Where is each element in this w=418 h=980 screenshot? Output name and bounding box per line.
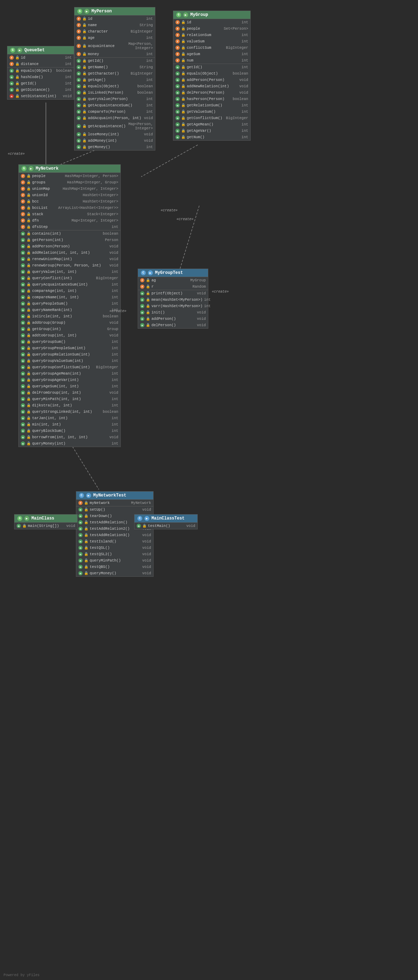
- lock-icon: 🔒: [82, 138, 87, 143]
- lock-icon: 🔒: [27, 403, 31, 407]
- field-icon: f: [176, 46, 180, 50]
- field-type: int: [241, 33, 248, 37]
- field-icon: f: [77, 36, 81, 40]
- method-icon: m: [78, 514, 82, 518]
- method-type: int: [112, 384, 118, 388]
- method-name: delPerson(Person): [187, 91, 238, 95]
- field-icon: f: [10, 62, 14, 66]
- method-icon: m: [21, 314, 25, 318]
- table-row: m 🔒 queryMoney() void: [76, 570, 153, 576]
- table-row: m 🔒 testAddRelation3() void: [76, 532, 153, 538]
- lock-icon: 🔒: [181, 110, 185, 114]
- queueset-header: G ▶ QueueSet: [8, 46, 74, 54]
- field-icon: f: [77, 29, 81, 33]
- table-row: m 🔒 getPerson(int) Person: [19, 237, 120, 243]
- mygroup-title: MyGroup: [190, 13, 208, 18]
- myperson-title: MyPerson: [92, 9, 112, 14]
- method-type: BigInteger: [96, 276, 118, 280]
- lock-icon: 🔒: [27, 186, 31, 191]
- table-row: m 🔒 isLinked(Person) boolean: [74, 89, 155, 96]
- table-row: m 🔒 queryMinPath(int, int) int: [19, 396, 120, 402]
- method-icon: m: [77, 84, 81, 88]
- method-type: boolean: [56, 68, 72, 73]
- method-icon: m: [176, 78, 180, 82]
- lock-icon: 🔒: [84, 514, 88, 518]
- method-icon: m: [21, 289, 25, 293]
- table-row: m 🔒 hashCode() int: [8, 74, 74, 80]
- method-name: queryNameRank(int): [32, 308, 110, 312]
- method-name: tarJan(int, int): [32, 416, 110, 420]
- table-row: f 🔒 age int: [74, 35, 155, 41]
- method-icon: m: [176, 91, 180, 95]
- method-name: setDistance(int): [21, 94, 62, 98]
- table-row: m 🔒 delPerson(Person) void: [173, 89, 250, 96]
- mainclass-class: G ▶ MainClass m 🔒 main(String[]) void: [14, 514, 78, 530]
- queueset-icon: G: [10, 48, 15, 52]
- lock-icon: 🔒: [82, 84, 87, 88]
- method-name: setUp(): [90, 508, 141, 512]
- lock-icon: 🔒: [181, 116, 185, 120]
- lock-icon: 🔒: [27, 416, 31, 420]
- field-icon: f: [21, 212, 25, 216]
- mainclass-methods: m 🔒 main(String[]) void: [14, 522, 77, 529]
- mainclasstest-type-icon: ▶: [144, 516, 149, 521]
- table-row: m 🔒 queryGroupPeopleSum(int) int: [19, 345, 120, 351]
- lock-icon: 🔒: [27, 365, 31, 369]
- field-name: id: [21, 56, 63, 60]
- method-icon: m: [21, 390, 25, 395]
- method-icon: m: [21, 276, 25, 280]
- method-icon: m: [10, 68, 14, 73]
- mynetworktest-title: MyNetworkTest: [93, 493, 127, 498]
- method-name: addRelation(int, int, int): [32, 251, 108, 255]
- table-row: m 🔒 queryGroupAgeMean(int) int: [19, 371, 120, 377]
- lock-icon: 🔒: [27, 199, 31, 204]
- table-row: m 🔒 getNum() int: [173, 134, 250, 140]
- method-icon: m: [78, 508, 82, 512]
- mynetwork-methods: m 🔒 contains(int) boolean m 🔒 getPerson(…: [19, 230, 120, 447]
- method-name: testMain(): [148, 524, 185, 528]
- mainclass-title: MainClass: [32, 516, 54, 521]
- table-row: m 🔒 addMoney(int) void: [74, 137, 155, 144]
- lock-icon: 🔒: [82, 36, 87, 40]
- lock-icon: 🔒: [146, 304, 150, 308]
- mynetwork-class: G ▶ MyNetwork f 🔒 people HashMap<Integer…: [18, 164, 121, 447]
- method-name: queryValue(Person): [88, 97, 145, 101]
- lock-icon: 🔒: [27, 218, 31, 223]
- field-type: int: [241, 52, 248, 56]
- method-type: void: [239, 78, 248, 82]
- method-name: getPerson(int): [32, 238, 103, 242]
- method-icon: m: [78, 546, 82, 550]
- field-icon: f: [21, 199, 25, 204]
- method-name: getAgeMean(): [187, 122, 240, 127]
- table-row: f 🔒 character BigInteger: [74, 28, 155, 35]
- mynetwork-header: G ▶ MyNetwork: [19, 165, 120, 172]
- method-name: loseMoney(int): [88, 132, 142, 137]
- table-row: m 🔒 addNewRelation(int) void: [173, 83, 250, 89]
- field-type: int: [146, 52, 153, 56]
- method-name: hashCode(): [21, 75, 63, 79]
- lock-icon: 🔒: [181, 65, 185, 69]
- table-row: m 🔒 getCharacter() BigInteger: [74, 70, 155, 77]
- queueset-type-icon: ▶: [17, 48, 22, 52]
- lock-icon: 🔒: [181, 72, 185, 76]
- field-type: HashMap<Integer, Person>: [65, 174, 118, 178]
- lock-icon: 🔒: [27, 314, 31, 318]
- lock-icon: 🔒: [27, 359, 31, 363]
- field-type: MyNetwork: [131, 501, 151, 505]
- mygrouptest-title: MyGroupTest: [155, 270, 183, 275]
- field-icon: f: [176, 52, 180, 56]
- field-icon: f: [21, 193, 25, 197]
- table-row: m 🔒 getId() int: [8, 80, 74, 87]
- lock-icon: 🔒: [27, 206, 31, 210]
- table-row: m 🔒 getConflictSum() BigInteger: [173, 115, 250, 121]
- method-type: void: [144, 138, 153, 143]
- method-name: main(String[]): [28, 524, 65, 528]
- method-icon: m: [176, 72, 180, 76]
- myperson-fields: f 🔒 id int f 🔒 name String f 🔒 character…: [74, 15, 155, 57]
- method-type: int: [112, 352, 118, 356]
- field-name: dfsStep: [32, 225, 110, 229]
- method-type: void: [142, 546, 151, 550]
- lock-icon: 🔒: [27, 276, 31, 280]
- method-icon: m: [21, 321, 25, 325]
- field-icon: f: [77, 52, 81, 56]
